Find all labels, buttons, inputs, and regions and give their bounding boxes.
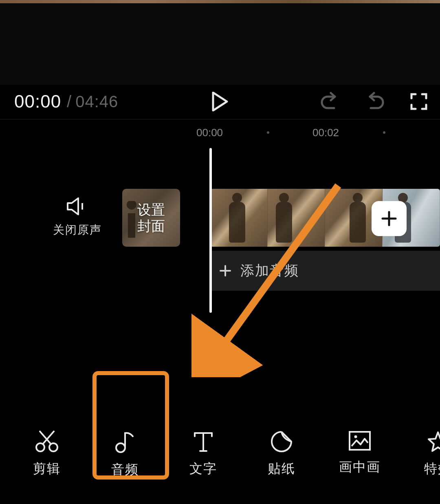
set-cover-button[interactable]: 设置 封面: [122, 189, 180, 247]
mute-original-audio-button[interactable]: 关闭原声: [53, 197, 102, 238]
tool-cut[interactable]: 剪辑: [29, 431, 65, 479]
tool-label: 文字: [189, 460, 217, 478]
set-cover-label: 设置 封面: [137, 201, 165, 234]
tool-sticker[interactable]: 贴纸: [263, 431, 300, 479]
ruler-dot: [383, 131, 385, 134]
undo-button[interactable]: [320, 92, 340, 111]
cover-thumbnail: [125, 201, 138, 238]
preview-thumbnail-strip: [0, 0, 440, 3]
ruler-tick-1: 00:02: [312, 126, 339, 139]
play-icon: [211, 92, 229, 111]
star-icon: [427, 431, 440, 453]
playback-bar: 00:00 / 04:46: [0, 85, 440, 118]
sticker-icon: [271, 431, 293, 453]
ruler-dot: [267, 131, 269, 134]
tool-label: 画中画: [339, 458, 381, 476]
svg-point-6: [354, 435, 357, 438]
timeline[interactable]: 关闭原声 设置 封面 添加音频: [0, 148, 440, 327]
tool-label: 剪辑: [33, 460, 61, 478]
add-clip-button[interactable]: [372, 201, 407, 236]
tool-label: 特效: [424, 460, 440, 478]
ruler-tick-0: 00:00: [196, 126, 223, 139]
video-preview[interactable]: [0, 3, 440, 85]
tool-audio[interactable]: 音频: [107, 431, 143, 479]
tool-text[interactable]: 文字: [185, 431, 222, 479]
playhead[interactable]: [209, 148, 212, 313]
scissors-icon: [35, 431, 59, 453]
music-note-icon: [115, 431, 135, 453]
add-audio-track-button[interactable]: 添加音频: [210, 251, 440, 291]
bottom-toolbar: 剪辑 音频 文字 贴纸 画中画 特效: [0, 431, 440, 479]
time-separator: /: [67, 93, 71, 111]
fullscreen-button[interactable]: [410, 93, 428, 111]
play-button[interactable]: [211, 92, 229, 111]
redo-button[interactable]: [365, 92, 385, 111]
mute-label: 关闭原声: [53, 222, 102, 238]
svg-point-4: [116, 443, 125, 452]
tool-effect[interactable]: 特效: [420, 431, 440, 479]
clip-frame: [268, 189, 325, 247]
undo-icon: [320, 92, 340, 111]
current-time: 00:00: [14, 91, 61, 112]
clip-frame: [210, 189, 268, 247]
plus-icon: [219, 265, 231, 277]
tool-label: 贴纸: [268, 460, 295, 478]
plus-icon: [381, 210, 398, 227]
svg-rect-0: [81, 203, 83, 210]
total-time: 04:46: [75, 93, 118, 111]
timeline-ruler[interactable]: 00:00 00:02: [0, 119, 440, 144]
redo-icon: [365, 92, 385, 111]
picture-in-picture-icon: [348, 431, 371, 451]
speaker-icon: [67, 197, 88, 216]
text-icon: [193, 431, 213, 453]
fullscreen-icon: [410, 93, 428, 111]
tool-label: 音频: [111, 461, 139, 479]
tool-pip[interactable]: 画中画: [341, 431, 378, 479]
add-audio-label: 添加音频: [240, 261, 299, 280]
